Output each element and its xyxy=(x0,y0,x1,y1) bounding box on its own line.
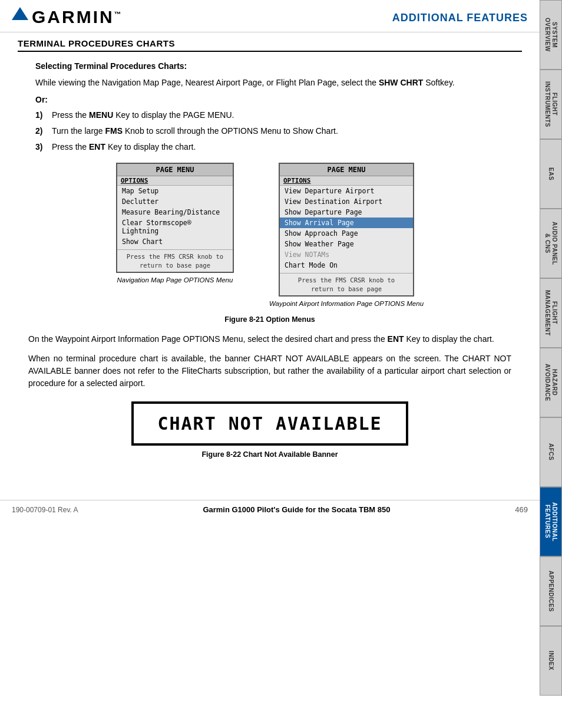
step-1-num: 1) xyxy=(35,109,52,121)
tab-additional-features-label: ADDITIONALFEATURES xyxy=(544,502,558,542)
right-sidebar: SYSTEMOVERVIEW FLIGHTINSTRUMENTS EAS AUD… xyxy=(540,0,562,696)
figure-22-caption: Figure 8-22 Chart Not Available Banner xyxy=(201,450,338,459)
section-title: ADDITIONAL FEATURES xyxy=(392,7,528,24)
step-3-num: 3) xyxy=(35,141,52,153)
right-menu-title: PAGE MENU xyxy=(280,164,413,176)
right-menu-item-1: View Departure Airport xyxy=(280,186,413,196)
tab-flight-instruments[interactable]: FLIGHTINSTRUMENTS xyxy=(540,70,562,139)
or-label: Or: xyxy=(35,95,522,104)
chart-banner-area: CHART NOT AVAILABLE Figure 8-22 Chart No… xyxy=(18,401,522,459)
left-menu-item-3: Measure Bearing/Distance xyxy=(117,207,233,218)
right-menu-item-4: Show Arrival Page xyxy=(280,218,413,228)
tab-eas[interactable]: EAS xyxy=(540,139,562,209)
step-1-text: Press the MENU Key to display the PAGE M… xyxy=(52,109,522,121)
tab-flight-management[interactable]: FLIGHTMANAGEMENT xyxy=(540,278,562,348)
right-page-menu: PAGE MENU OPTIONS View Departure Airport… xyxy=(279,163,414,297)
right-menu-item-8: Chart Mode On xyxy=(280,260,413,271)
tab-flight-instruments-label: FLIGHTINSTRUMENTS xyxy=(544,81,558,127)
right-menu-container: PAGE MENU OPTIONS View Departure Airport… xyxy=(269,163,424,307)
body-para-1: On the Waypoint Airport Information Page… xyxy=(28,333,511,345)
menus-row: PAGE MENU OPTIONS Map Setup Declutter Me… xyxy=(116,163,424,307)
left-menu-footer: Press the FMS CRSR knob toreturn to base… xyxy=(117,249,233,272)
body-para-2: When no terminal procedure chart is avai… xyxy=(28,353,511,390)
main-content: GARMIN™ ADDITIONAL FEATURES TERMINAL PRO… xyxy=(0,0,540,519)
tab-hazard-avoidance-label: HAZARDAVOIDANCE xyxy=(544,364,558,401)
intro-paragraph: While viewing the Navigation Map Page, N… xyxy=(35,77,516,89)
step-2: 2) Turn the large FMS Knob to scroll thr… xyxy=(35,125,522,137)
right-menu-caption: Waypoint Airport Information Page OPTION… xyxy=(269,300,424,307)
left-menu-item-5: Show Chart xyxy=(117,236,233,247)
step-1: 1) Press the MENU Key to display the PAG… xyxy=(35,109,522,121)
figure-8-21-area: PAGE MENU OPTIONS Map Setup Declutter Me… xyxy=(18,163,522,324)
steps-list: 1) Press the MENU Key to display the PAG… xyxy=(35,109,522,153)
step-2-text: Turn the large FMS Knob to scroll throug… xyxy=(52,125,522,137)
tab-flight-management-label: FLIGHTMANAGEMENT xyxy=(544,290,558,336)
tab-afcs[interactable]: AFCS xyxy=(540,417,562,487)
left-menu-caption: Navigation Map Page OPTIONS Menu xyxy=(117,276,233,284)
footer-right: 469 xyxy=(515,505,528,514)
tab-audio-panel[interactable]: AUDIO PANEL& CNS xyxy=(540,209,562,278)
step-2-num: 2) xyxy=(35,125,52,137)
garmin-triangle-icon xyxy=(12,7,28,20)
right-menu-section: OPTIONS xyxy=(280,176,413,186)
terminal-procedures-title: TERMINAL PROCEDURES CHARTS xyxy=(18,38,522,52)
left-menu-item-4: Clear Stormscope® Lightning xyxy=(117,218,233,236)
left-page-menu: PAGE MENU OPTIONS Map Setup Declutter Me… xyxy=(116,163,234,273)
tab-system-overview[interactable]: SYSTEMOVERVIEW xyxy=(540,0,562,70)
left-menu-container: PAGE MENU OPTIONS Map Setup Declutter Me… xyxy=(116,163,234,284)
tab-system-overview-label: SYSTEMOVERVIEW xyxy=(544,18,558,52)
shw-chrt-keyword: SHW CHRT xyxy=(379,78,423,87)
right-menu-item-6: Show Weather Page xyxy=(280,239,413,249)
tab-additional-features[interactable]: ADDITIONALFEATURES xyxy=(540,487,562,556)
subsection-title: Selecting Terminal Procedures Charts: xyxy=(35,61,522,71)
chart-not-available-banner: CHART NOT AVAILABLE xyxy=(131,401,408,446)
tab-afcs-label: AFCS xyxy=(547,443,554,460)
page-footer: 190-00709-01 Rev. A Garmin G1000 Pilot's… xyxy=(0,500,540,519)
step-3: 3) Press the ENT Key to display the char… xyxy=(35,141,522,153)
garmin-logo: GARMIN™ xyxy=(12,7,123,27)
tab-hazard-avoidance[interactable]: HAZARDAVOIDANCE xyxy=(540,348,562,417)
page-header: GARMIN™ ADDITIONAL FEATURES xyxy=(0,0,540,32)
tab-appendices[interactable]: APPENDICES xyxy=(540,556,562,626)
footer-center: Garmin G1000 Pilot's Guide for the Socat… xyxy=(203,505,390,514)
left-menu-item-1: Map Setup xyxy=(117,186,233,196)
tab-appendices-label: APPENDICES xyxy=(547,571,554,612)
step-3-text: Press the ENT Key to display the chart. xyxy=(52,141,522,153)
figure-21-caption: Figure 8-21 Option Menus xyxy=(224,315,315,324)
right-menu-footer: Press the FMS CRSR knob toreturn to base… xyxy=(280,273,413,295)
right-menu-item-2: View Destination Airport xyxy=(280,196,413,207)
tab-eas-label: EAS xyxy=(547,167,554,180)
left-menu-item-2: Declutter xyxy=(117,196,233,207)
tab-index-label: INDEX xyxy=(547,651,554,670)
tab-audio-panel-label: AUDIO PANEL& CNS xyxy=(544,222,558,265)
left-menu-title: PAGE MENU xyxy=(117,164,233,176)
right-menu-item-7: View NOTAMs xyxy=(280,249,413,260)
footer-left: 190-00709-01 Rev. A xyxy=(12,506,78,514)
tab-index[interactable]: INDEX xyxy=(540,626,562,696)
left-menu-section: OPTIONS xyxy=(117,176,233,186)
right-menu-item-5: Show Approach Page xyxy=(280,228,413,239)
right-menu-item-3: Show Departure Page xyxy=(280,207,413,218)
garmin-logo-text: GARMIN™ xyxy=(32,7,123,27)
page-content: TERMINAL PROCEDURES CHARTS Selecting Ter… xyxy=(0,32,540,476)
